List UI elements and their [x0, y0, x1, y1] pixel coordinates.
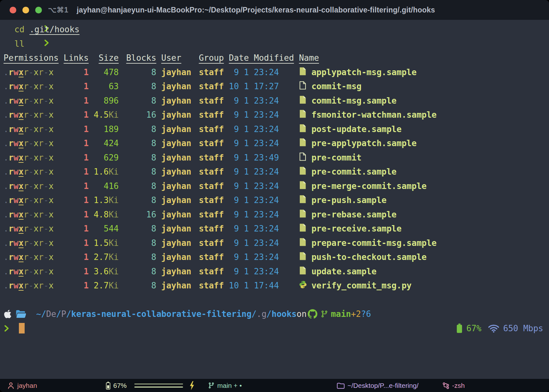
file-name: pre-applypatch.sample	[311, 138, 417, 148]
header-blocks: Blocks	[119, 53, 156, 63]
file-date-month: 1	[244, 210, 249, 219]
statusbar-path[interactable]: ~/Desktop/P...e-filtering/	[337, 379, 418, 392]
terminal-screen[interactable]: cd .git/hooks ll PermissionsLinksSizeBlo…	[0, 20, 549, 381]
file-group: staff	[199, 210, 229, 219]
path-segment: /	[66, 309, 71, 319]
file-filled-icon	[299, 237, 307, 249]
file-date-month: 1	[244, 252, 249, 262]
file-name: fsmonitor-watchman.sample	[311, 110, 436, 120]
header-size: Size	[89, 53, 119, 63]
file-size: 4.8Ki	[89, 210, 119, 219]
file-user: jayhan	[161, 267, 199, 276]
folder-outline-icon	[337, 382, 345, 389]
file-listing: PermissionsLinksSizeBlocksUserGroupDate …	[4, 51, 549, 293]
path-segment: ~	[36, 309, 41, 319]
file-blocks: 8	[119, 67, 156, 77]
file-date-month: 1	[244, 281, 249, 290]
file-permissions: .rwxr-xr-x	[4, 281, 59, 290]
file-size: 3.6Ki	[89, 267, 119, 276]
file-permissions: .rwxr-xr-x	[4, 224, 59, 233]
file-time: 23:24	[254, 195, 279, 205]
file-group: staff	[199, 238, 229, 248]
file-name: applypatch-msg.sample	[311, 67, 417, 77]
network-speed: 650 Mbps	[503, 324, 543, 333]
file-links: 1	[59, 67, 89, 77]
file-group: staff	[199, 181, 229, 191]
file-blocks: 8	[119, 281, 156, 290]
title-bar[interactable]: ⌥⌘1 jayhan@hanjaeyun-ui-MacBookPro:~/Des…	[0, 0, 549, 20]
file-date-day: 9	[229, 210, 239, 219]
file-size: 2.7Ki	[89, 252, 119, 262]
git-ahead-count: +2	[351, 309, 361, 319]
path-segment: P	[61, 309, 66, 319]
file-size: 544	[89, 224, 119, 233]
file-time: 23:24	[254, 167, 279, 176]
path-segment: keras-neural-collaborative-filtering	[71, 309, 252, 319]
header-user: User	[161, 53, 199, 63]
file-links: 1	[59, 238, 89, 248]
header-name: Name	[299, 53, 319, 63]
file-filled-icon	[299, 223, 307, 234]
header-date-modified: Date Modified	[229, 53, 294, 63]
file-size: 629	[89, 153, 119, 162]
file-links: 1	[59, 224, 89, 233]
listing-header-row: PermissionsLinksSizeBlocksUserGroupDate …	[4, 51, 549, 65]
file-blocks: 8	[119, 138, 156, 148]
command-line-cd: cd .git/hooks	[4, 22, 549, 37]
input-line[interactable]: 67% 650 Mbps	[4, 321, 549, 336]
file-group: staff	[199, 195, 229, 205]
file-blocks: 8	[119, 82, 156, 91]
file-permissions: .rwxr-xr-x	[4, 110, 59, 120]
close-button[interactable]	[10, 7, 16, 13]
statusbar-git[interactable]: main + •	[208, 379, 242, 392]
statusbar-username: jayhan	[17, 382, 37, 389]
file-permissions: .rwxr-xr-x	[4, 138, 59, 148]
file-permissions: .rwxr-xr-x	[4, 252, 59, 262]
file-date-day: 9	[229, 124, 239, 134]
file-name: update.sample	[311, 267, 377, 276]
file-date-month: 1	[244, 96, 249, 106]
current-path: ~/De/P/keras-neural-collaborative-filter…	[36, 309, 297, 319]
file-links: 1	[59, 124, 89, 134]
statusbar-battery-percent: 67%	[113, 382, 127, 389]
file-size: 1.5Ki	[89, 238, 119, 248]
file-permissions: .rwxr-xr-x	[4, 195, 59, 205]
file-user: jayhan	[161, 238, 199, 248]
file-filled-icon	[299, 95, 307, 106]
file-date-month: 1	[244, 110, 249, 120]
file-name: pre-commit.sample	[311, 167, 396, 176]
file-row: .rwxr-xr-x14168jayhanstaff9123:24pre-mer…	[4, 179, 549, 193]
person-icon	[7, 382, 15, 389]
file-row: .rwxr-xr-x18968jayhanstaff9123:24commit-…	[4, 94, 549, 108]
git-untracked-count: ?6	[361, 309, 371, 319]
file-links: 1	[59, 195, 89, 205]
file-date-day: 9	[229, 224, 239, 233]
command-text: ll	[14, 39, 24, 49]
file-size: 416	[89, 181, 119, 191]
zoom-button[interactable]	[35, 7, 42, 13]
statusbar-user[interactable]: jayhan	[7, 379, 37, 392]
file-user: jayhan	[161, 252, 199, 262]
file-row: .rwxr-xr-x14248jayhanstaff9123:24pre-app…	[4, 136, 549, 151]
file-links: 1	[59, 167, 89, 176]
minimize-button[interactable]	[22, 7, 29, 13]
file-size: 189	[89, 124, 119, 134]
file-time: 23:24	[254, 267, 279, 276]
file-links: 1	[59, 153, 89, 162]
file-name: commit-msg.sample	[311, 96, 396, 106]
file-user: jayhan	[161, 195, 199, 205]
file-links: 1	[59, 138, 89, 148]
file-size: 896	[89, 96, 119, 106]
file-time: 23:24	[254, 124, 279, 134]
file-row: .rwxr-xr-x16298jayhanstaff9123:49pre-com…	[4, 151, 549, 165]
statusbar-battery[interactable]: 67%	[106, 379, 195, 392]
git-branch-name: main	[331, 309, 351, 319]
file-time: 23:24	[254, 238, 279, 248]
file-name: prepare-commit-msg.sample	[311, 238, 436, 248]
header-group: Group	[199, 53, 229, 63]
statusbar-shell[interactable]: -zsh	[442, 379, 465, 392]
file-filled-icon	[299, 194, 307, 206]
file-row: .rwxr-xr-x11.3Ki8jayhanstaff9123:24pre-p…	[4, 193, 549, 208]
status-bar: jayhan 67% main + • ~/Desktop/P...e-filt…	[0, 379, 549, 392]
file-time: 23:24	[254, 224, 279, 233]
